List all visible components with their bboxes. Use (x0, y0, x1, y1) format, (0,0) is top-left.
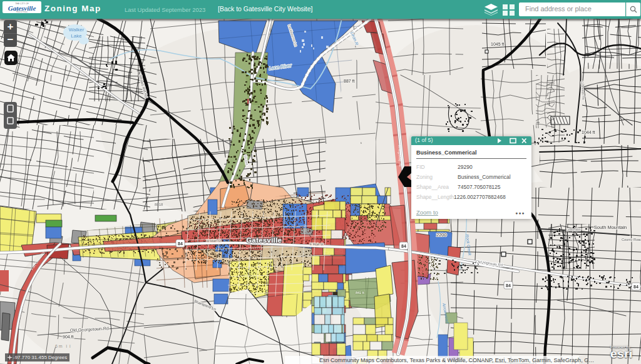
svg-text:8818: 8818 (155, 203, 163, 206)
svg-text:South Mountain: South Mountain (594, 225, 627, 230)
svg-text:County Road: County Road (622, 238, 641, 241)
svg-text:84: 84 (401, 244, 406, 248)
svg-text:84: 84 (178, 241, 183, 246)
svg-text:Leasmiller: Leasmiller (567, 228, 581, 231)
svg-text:84: 84 (506, 283, 511, 288)
svg-text:1044 ft: 1044 ft (582, 130, 595, 134)
svg-text:Gatesville: Gatesville (247, 236, 282, 244)
svg-text:W Main St: W Main St (207, 239, 222, 243)
svg-text:Lake: Lake (71, 33, 82, 39)
svg-text:841 ft: 841 ft (356, 291, 364, 295)
svg-text:887 ft: 887 ft (344, 79, 355, 83)
svg-text:904 ft: 904 ft (63, 335, 74, 339)
svg-text:84: 84 (633, 285, 638, 289)
svg-text:Walker: Walker (69, 27, 85, 33)
svg-text:1045 ft: 1045 ft (491, 42, 504, 46)
svg-text:E Main St: E Main St (310, 242, 324, 246)
svg-text:2200: 2200 (436, 232, 447, 238)
